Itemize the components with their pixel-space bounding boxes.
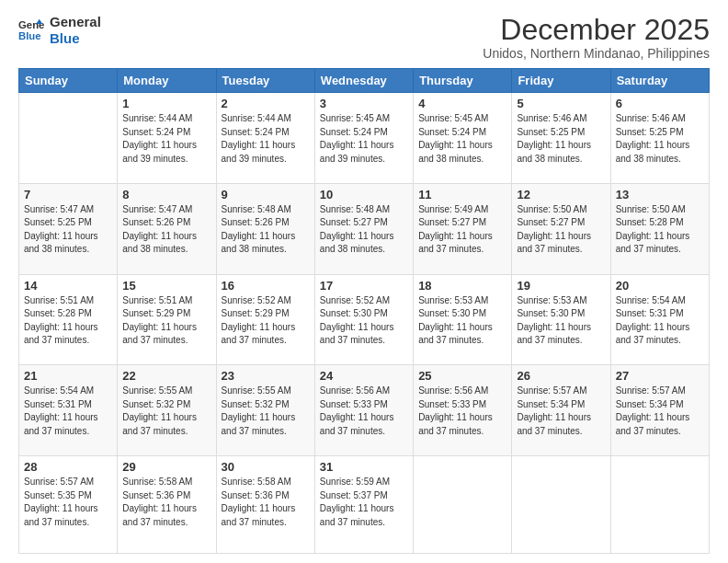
- table-row: 5Sunrise: 5:46 AMSunset: 5:25 PMDaylight…: [512, 93, 610, 184]
- day-number: 27: [616, 369, 704, 383]
- table-row: 12Sunrise: 5:50 AMSunset: 5:27 PMDayligh…: [512, 183, 610, 274]
- logo-line1: General: [50, 14, 101, 30]
- day-number: 22: [122, 369, 210, 383]
- day-info: Sunrise: 5:54 AMSunset: 5:31 PMDaylight:…: [616, 294, 704, 348]
- day-info: Sunrise: 5:45 AMSunset: 5:24 PMDaylight:…: [418, 112, 506, 166]
- table-row: 3Sunrise: 5:45 AMSunset: 5:24 PMDaylight…: [314, 93, 413, 184]
- day-info: Sunrise: 5:55 AMSunset: 5:32 PMDaylight:…: [222, 385, 310, 438]
- day-info: Sunrise: 5:57 AMSunset: 5:35 PMDaylight:…: [24, 476, 112, 529]
- day-info: Sunrise: 5:56 AMSunset: 5:33 PMDaylight:…: [418, 385, 506, 438]
- day-number: 29: [122, 460, 210, 474]
- table-row: [19, 93, 118, 184]
- day-info: Sunrise: 5:46 AMSunset: 5:25 PMDaylight:…: [616, 112, 704, 166]
- day-info: Sunrise: 5:55 AMSunset: 5:32 PMDaylight:…: [122, 385, 210, 438]
- day-number: 26: [517, 369, 605, 383]
- table-row: 27Sunrise: 5:57 AMSunset: 5:34 PMDayligh…: [610, 365, 709, 456]
- day-number: 16: [222, 279, 310, 293]
- title-block: December 2025 Unidos, Northern Mindanao,…: [483, 14, 710, 61]
- col-monday: Monday: [118, 69, 216, 93]
- day-info: Sunrise: 5:59 AMSunset: 5:37 PMDaylight:…: [320, 476, 408, 529]
- day-info: Sunrise: 5:51 AMSunset: 5:28 PMDaylight:…: [24, 294, 112, 348]
- table-row: 4Sunrise: 5:45 AMSunset: 5:24 PMDaylight…: [414, 93, 512, 184]
- day-number: 15: [122, 279, 210, 293]
- table-row: 14Sunrise: 5:51 AMSunset: 5:28 PMDayligh…: [19, 274, 118, 365]
- logo: General Blue General Blue: [18, 14, 101, 47]
- day-number: 11: [418, 188, 506, 201]
- logo-icon: General Blue: [18, 17, 44, 43]
- table-row: [512, 456, 610, 554]
- day-number: 14: [24, 279, 112, 293]
- table-row: 18Sunrise: 5:53 AMSunset: 5:30 PMDayligh…: [414, 274, 512, 365]
- day-number: 6: [616, 97, 704, 110]
- day-info: Sunrise: 5:54 AMSunset: 5:31 PMDaylight:…: [24, 385, 112, 438]
- day-info: Sunrise: 5:57 AMSunset: 5:34 PMDaylight:…: [517, 385, 605, 438]
- day-info: Sunrise: 5:58 AMSunset: 5:36 PMDaylight:…: [222, 476, 310, 529]
- table-row: 17Sunrise: 5:52 AMSunset: 5:30 PMDayligh…: [314, 274, 413, 365]
- day-number: 8: [122, 188, 210, 201]
- table-row: 19Sunrise: 5:53 AMSunset: 5:30 PMDayligh…: [512, 274, 610, 365]
- col-saturday: Saturday: [610, 69, 709, 93]
- day-info: Sunrise: 5:53 AMSunset: 5:30 PMDaylight:…: [418, 294, 506, 348]
- col-thursday: Thursday: [414, 69, 512, 93]
- location-title: Unidos, Northern Mindanao, Philippines: [483, 46, 710, 61]
- table-row: 15Sunrise: 5:51 AMSunset: 5:29 PMDayligh…: [118, 274, 216, 365]
- day-info: Sunrise: 5:46 AMSunset: 5:25 PMDaylight:…: [517, 112, 605, 166]
- day-info: Sunrise: 5:48 AMSunset: 5:26 PMDaylight:…: [222, 203, 310, 257]
- col-friday: Friday: [512, 69, 610, 93]
- day-number: 4: [418, 97, 506, 110]
- table-row: 31Sunrise: 5:59 AMSunset: 5:37 PMDayligh…: [314, 456, 413, 554]
- day-info: Sunrise: 5:51 AMSunset: 5:29 PMDaylight:…: [122, 294, 210, 348]
- table-row: 25Sunrise: 5:56 AMSunset: 5:33 PMDayligh…: [414, 365, 512, 456]
- day-number: 9: [222, 188, 310, 201]
- day-info: Sunrise: 5:57 AMSunset: 5:34 PMDaylight:…: [616, 385, 704, 438]
- calendar-header-row: Sunday Monday Tuesday Wednesday Thursday…: [19, 69, 710, 93]
- day-number: 28: [24, 460, 112, 474]
- day-info: Sunrise: 5:50 AMSunset: 5:27 PMDaylight:…: [517, 203, 605, 257]
- day-number: 13: [616, 188, 704, 201]
- day-info: Sunrise: 5:58 AMSunset: 5:36 PMDaylight:…: [122, 476, 210, 529]
- day-number: 23: [222, 369, 310, 383]
- table-row: 21Sunrise: 5:54 AMSunset: 5:31 PMDayligh…: [19, 365, 118, 456]
- logo-line2: Blue: [50, 30, 101, 47]
- day-number: 17: [320, 279, 408, 293]
- day-number: 19: [517, 279, 605, 293]
- month-title: December 2025: [483, 14, 710, 46]
- day-number: 21: [24, 369, 112, 383]
- day-info: Sunrise: 5:52 AMSunset: 5:30 PMDaylight:…: [320, 294, 408, 348]
- table-row: 26Sunrise: 5:57 AMSunset: 5:34 PMDayligh…: [512, 365, 610, 456]
- day-info: Sunrise: 5:50 AMSunset: 5:28 PMDaylight:…: [616, 203, 704, 257]
- table-row: 9Sunrise: 5:48 AMSunset: 5:26 PMDaylight…: [216, 183, 314, 274]
- table-row: 22Sunrise: 5:55 AMSunset: 5:32 PMDayligh…: [118, 365, 216, 456]
- table-row: 23Sunrise: 5:55 AMSunset: 5:32 PMDayligh…: [216, 365, 314, 456]
- day-number: 20: [616, 279, 704, 293]
- table-row: 10Sunrise: 5:48 AMSunset: 5:27 PMDayligh…: [314, 183, 413, 274]
- svg-text:Blue: Blue: [18, 30, 41, 41]
- day-number: 2: [222, 97, 310, 110]
- table-row: 29Sunrise: 5:58 AMSunset: 5:36 PMDayligh…: [118, 456, 216, 554]
- table-row: [610, 456, 709, 554]
- day-info: Sunrise: 5:56 AMSunset: 5:33 PMDaylight:…: [320, 385, 408, 438]
- calendar-table: Sunday Monday Tuesday Wednesday Thursday…: [18, 68, 710, 554]
- table-row: 7Sunrise: 5:47 AMSunset: 5:25 PMDaylight…: [19, 183, 118, 274]
- day-info: Sunrise: 5:47 AMSunset: 5:26 PMDaylight:…: [122, 203, 210, 257]
- table-row: [414, 456, 512, 554]
- day-number: 5: [517, 97, 605, 110]
- table-row: 16Sunrise: 5:52 AMSunset: 5:29 PMDayligh…: [216, 274, 314, 365]
- day-number: 18: [418, 279, 506, 293]
- day-info: Sunrise: 5:47 AMSunset: 5:25 PMDaylight:…: [24, 203, 112, 257]
- table-row: 11Sunrise: 5:49 AMSunset: 5:27 PMDayligh…: [414, 183, 512, 274]
- day-info: Sunrise: 5:48 AMSunset: 5:27 PMDaylight:…: [320, 203, 408, 257]
- header: General Blue General Blue December 2025 …: [18, 14, 710, 61]
- day-number: 30: [222, 460, 310, 474]
- day-number: 7: [24, 188, 112, 201]
- day-number: 1: [122, 97, 210, 110]
- day-number: 10: [320, 188, 408, 201]
- day-number: 31: [320, 460, 408, 474]
- day-info: Sunrise: 5:45 AMSunset: 5:24 PMDaylight:…: [320, 112, 408, 166]
- day-number: 24: [320, 369, 408, 383]
- page: General Blue General Blue December 2025 …: [0, 0, 728, 563]
- day-number: 12: [517, 188, 605, 201]
- col-sunday: Sunday: [19, 69, 118, 93]
- day-info: Sunrise: 5:44 AMSunset: 5:24 PMDaylight:…: [122, 112, 210, 166]
- table-row: 13Sunrise: 5:50 AMSunset: 5:28 PMDayligh…: [610, 183, 709, 274]
